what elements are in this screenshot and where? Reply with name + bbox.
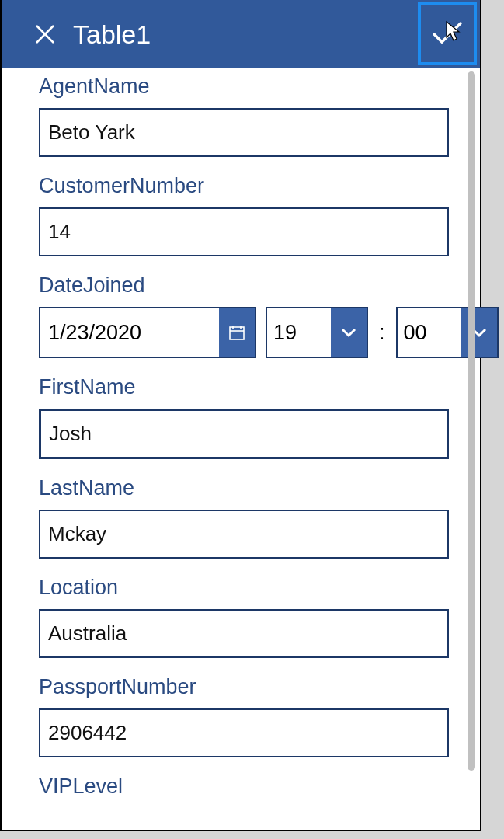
date-value: 1/23/2020 xyxy=(40,308,219,357)
input-agentname[interactable] xyxy=(39,108,449,157)
label-passportnumber: PassportNumber xyxy=(39,675,449,699)
input-customernumber[interactable] xyxy=(39,207,449,256)
field-agentname: AgentName xyxy=(39,75,449,157)
hour-value: 19 xyxy=(267,308,331,357)
close-button[interactable] xyxy=(31,20,59,48)
label-viplevel: VIPLevel xyxy=(39,775,449,799)
form-body: AgentName CustomerNumber DateJoined 1/23… xyxy=(2,75,480,799)
field-lastname: LastName xyxy=(39,476,449,559)
input-lastname[interactable] xyxy=(39,510,449,559)
outer-background xyxy=(482,0,504,839)
page-title: Table1 xyxy=(73,19,151,50)
field-datejoined: DateJoined 1/23/2020 xyxy=(39,273,449,358)
label-customernumber: CustomerNumber xyxy=(39,174,449,198)
label-datejoined: DateJoined xyxy=(39,273,449,298)
svg-rect-2 xyxy=(230,327,244,339)
hour-dropdown[interactable]: 19 xyxy=(266,307,368,358)
app-frame: Table1 AgentName CustomerNumber DateJoin… xyxy=(0,0,481,831)
submit-button[interactable] xyxy=(418,2,477,65)
scrollbar-thumb[interactable] xyxy=(468,71,475,771)
label-lastname: LastName xyxy=(39,476,449,500)
close-icon xyxy=(34,23,56,45)
field-passportnumber: PassportNumber xyxy=(39,675,449,757)
label-agentname: AgentName xyxy=(39,75,449,99)
minute-dropdown[interactable]: 00 xyxy=(396,307,499,358)
time-separator: : xyxy=(377,307,387,358)
chevron-down-icon xyxy=(340,327,357,338)
scrollbar[interactable] xyxy=(468,71,475,802)
field-viplevel: VIPLevel xyxy=(39,775,449,799)
calendar-button[interactable] xyxy=(219,308,255,357)
field-location: Location xyxy=(39,576,449,658)
field-firstname: FirstName xyxy=(39,375,449,459)
calendar-icon xyxy=(228,324,245,341)
minute-chevron-button[interactable] xyxy=(461,308,497,357)
input-firstname[interactable] xyxy=(39,409,449,459)
label-location: Location xyxy=(39,576,449,600)
header-bar: Table1 xyxy=(2,0,480,68)
label-firstname: FirstName xyxy=(39,375,449,399)
date-row: 1/23/2020 19 xyxy=(39,307,449,358)
date-picker[interactable]: 1/23/2020 xyxy=(39,307,256,358)
input-location[interactable] xyxy=(39,609,449,658)
field-customernumber: CustomerNumber xyxy=(39,174,449,256)
input-passportnumber[interactable] xyxy=(39,708,449,757)
minute-value: 00 xyxy=(398,308,461,357)
check-icon xyxy=(431,20,464,47)
hour-chevron-button[interactable] xyxy=(331,308,367,357)
